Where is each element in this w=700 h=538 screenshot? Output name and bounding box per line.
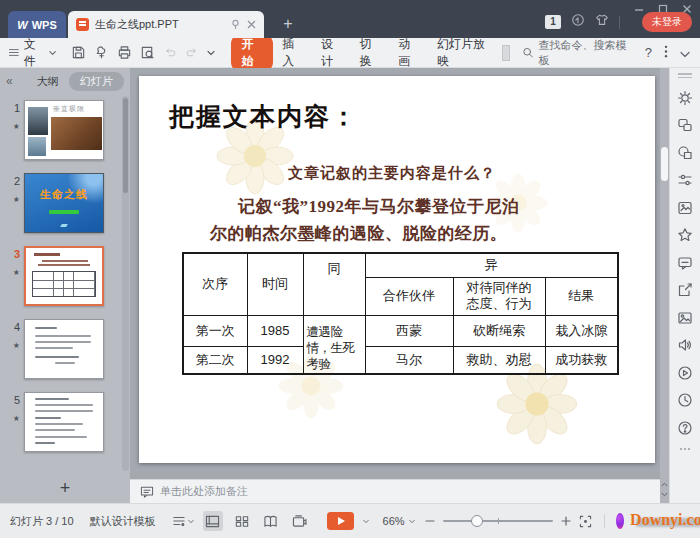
animation-star-icon[interactable]: ★ [6, 122, 20, 131]
animation-star-icon[interactable]: ★ [6, 195, 20, 204]
reading-view-button[interactable] [261, 511, 281, 531]
slide-title-text[interactable]: 把握文本内容： [169, 100, 358, 133]
slideshow-view-button[interactable] [290, 511, 310, 531]
panel-handle[interactable] [678, 73, 692, 78]
quickbar-dropdown-icon[interactable] [207, 50, 215, 56]
properties-sliders-icon[interactable] [677, 172, 693, 188]
sidebar-scrollbar-thumb[interactable] [123, 98, 128, 193]
document-tab[interactable]: 生命之线ppt.PPT [68, 11, 264, 38]
next-slide-icon[interactable] [661, 492, 668, 497]
table-header-order[interactable]: 次序 [183, 253, 247, 315]
object-layers-icon[interactable] [677, 117, 693, 133]
file-menu-button[interactable]: 文件 [8, 36, 57, 70]
animation-star-icon[interactable]: ★ [6, 268, 20, 277]
notes-bar[interactable]: 单击此处添加备注 [130, 479, 660, 503]
tab-overflow-indicator[interactable] [502, 45, 510, 61]
vertical-scrollbar-thumb[interactable] [661, 147, 668, 181]
table-header-time[interactable]: 时间 [247, 253, 303, 315]
table-cell-time[interactable]: 1992 [247, 346, 303, 374]
table-cell-same[interactable]: 遭遇险情，生死考验 [303, 315, 365, 374]
member-icon[interactable] [571, 13, 585, 31]
skin-theme-icon[interactable] [595, 13, 609, 31]
table-cell-order[interactable]: 第一次 [183, 315, 247, 346]
notes-toggle-icon[interactable] [172, 515, 194, 527]
table-header-attitude[interactable]: 对待同伴的态度、行为 [453, 277, 545, 315]
smart-beautify-icon[interactable] [677, 90, 693, 106]
help-button[interactable]: ? [645, 45, 652, 60]
play-options-dropdown[interactable] [363, 519, 369, 524]
slide-editing-area[interactable]: 把握文本内容： 文章记叙的主要内容是什么？ 记叙“我”1992年与马尔攀登位于尼… [139, 76, 655, 463]
tab-slideshow[interactable]: 幻灯片放映 [428, 33, 498, 73]
fit-to-window-button[interactable] [579, 515, 592, 528]
table-header-result[interactable]: 结果 [545, 277, 618, 315]
slide-5-thumbnail[interactable] [24, 392, 104, 452]
tab-outline-view[interactable]: 大纲 [37, 74, 59, 89]
table-cell-attitude[interactable]: 救助、劝慰 [453, 346, 545, 374]
zoom-in-button[interactable] [561, 516, 571, 526]
table-header-diff[interactable]: 异 [365, 253, 618, 277]
undo-button[interactable] [163, 46, 177, 59]
zoom-level[interactable]: 66% [383, 515, 415, 527]
table-cell-partner[interactable]: 马尔 [365, 346, 453, 374]
previous-slide-icon[interactable] [661, 482, 668, 487]
task-count-badge[interactable]: 1 [545, 15, 561, 29]
media-play-icon[interactable] [677, 365, 693, 381]
table-cell-attitude[interactable]: 砍断绳索 [453, 315, 545, 346]
save-button[interactable] [71, 45, 86, 60]
close-tab-icon[interactable] [247, 20, 256, 29]
template-name[interactable]: 默认设计模板 [90, 514, 156, 529]
zoom-slider-thumb[interactable] [471, 515, 483, 527]
design-template-icon[interactable] [677, 200, 693, 216]
table-header-same[interactable]: 同 [303, 253, 365, 315]
tab-transition[interactable]: 切换 [351, 33, 390, 73]
print-preview-button[interactable] [140, 45, 155, 60]
slide-1-thumbnail[interactable]: 垂直极限 [24, 100, 104, 160]
tab-insert[interactable]: 插入 [273, 33, 312, 73]
favorites-star-icon[interactable] [677, 227, 693, 243]
zoom-slider[interactable] [443, 520, 553, 522]
wps-home-tab[interactable]: W WPS [8, 11, 66, 38]
search-command-box[interactable]: 查找命令、搜索模板 [522, 38, 629, 68]
tab-slides-view[interactable]: 幻灯片 [69, 72, 124, 91]
help-circle-icon[interactable] [677, 420, 693, 436]
table-cell-order[interactable]: 第二次 [183, 346, 247, 374]
table-cell-result[interactable]: 栽入冰隙 [545, 315, 618, 346]
print-button[interactable] [117, 45, 132, 60]
table-cell-partner[interactable]: 西蒙 [365, 315, 453, 346]
export-pdf-button[interactable] [94, 45, 109, 60]
slide-3-thumbnail-selected[interactable] [24, 246, 104, 306]
animation-star-icon[interactable]: ★ [6, 341, 20, 350]
tab-design[interactable]: 设计 [312, 33, 351, 73]
add-slide-button[interactable]: + [0, 473, 130, 503]
slide-2-thumbnail[interactable]: 生命之线 [24, 173, 104, 233]
collapse-panel-button[interactable]: « [6, 74, 13, 88]
slide-sorter-view-button[interactable] [232, 511, 252, 531]
slide-table[interactable]: 次序 时间 同 异 合作伙伴 对待同伴的态度、行为 结果 第一次 198 [182, 252, 619, 375]
normal-view-button[interactable] [203, 511, 223, 531]
vertical-scrollbar[interactable] [660, 68, 669, 503]
new-tab-button[interactable]: + [278, 14, 298, 34]
pin-tab-icon[interactable] [230, 19, 241, 30]
collapse-ribbon-icon[interactable] [680, 44, 690, 62]
more-menu-icon[interactable] [664, 44, 668, 62]
zoom-out-button[interactable] [425, 516, 435, 526]
audio-speaker-icon[interactable] [677, 337, 693, 353]
history-clock-icon[interactable] [677, 392, 693, 408]
picture-icon[interactable] [677, 310, 693, 326]
comment-icon[interactable] [677, 255, 693, 271]
panel-more-dots[interactable] [679, 447, 691, 451]
table-cell-result[interactable]: 成功获救 [545, 346, 618, 374]
ai-assistant-icon[interactable] [616, 513, 624, 529]
redo-button[interactable] [185, 46, 199, 59]
minimize-button[interactable] [634, 4, 644, 14]
login-button[interactable]: 未登录 [642, 12, 692, 32]
table-header-partner[interactable]: 合作伙伴 [365, 277, 453, 315]
shapes-icon[interactable] [677, 145, 693, 161]
table-cell-time[interactable]: 1985 [247, 315, 303, 346]
tab-home[interactable]: 开始 [231, 33, 274, 73]
tab-animation[interactable]: 动画 [389, 33, 428, 73]
slide-4-thumbnail[interactable] [24, 319, 104, 379]
share-icon[interactable] [677, 282, 693, 298]
play-slideshow-button[interactable] [327, 512, 354, 530]
slide-question-text[interactable]: 文章记叙的主要内容是什么？ [139, 164, 645, 183]
